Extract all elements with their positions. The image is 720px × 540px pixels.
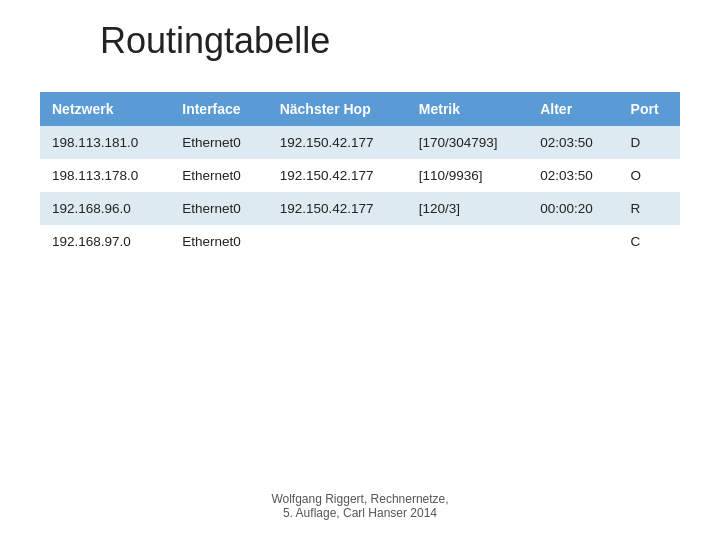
table-cell (528, 225, 618, 258)
table-body: 198.113.181.0Ethernet0192.150.42.177[170… (40, 126, 680, 258)
table-cell: R (619, 192, 680, 225)
table-header-cell: Netzwerk (40, 92, 170, 126)
table-cell: [170/304793] (407, 126, 528, 159)
table-cell: 02:03:50 (528, 126, 618, 159)
table-cell: 192.150.42.177 (268, 192, 407, 225)
footer-line2: 5. Auflage, Carl Hanser 2014 (271, 506, 448, 520)
table-cell: Ethernet0 (170, 126, 267, 159)
table-cell: 00:00:20 (528, 192, 618, 225)
table-cell: 198.113.181.0 (40, 126, 170, 159)
table-header-row: NetzwerkInterfaceNächster HopMetrikAlter… (40, 92, 680, 126)
table-row: 192.168.97.0Ethernet0C (40, 225, 680, 258)
page: Routingtabelle NetzwerkInterfaceNächster… (0, 0, 720, 540)
table-row: 198.113.178.0Ethernet0192.150.42.177[110… (40, 159, 680, 192)
table-row: 198.113.181.0Ethernet0192.150.42.177[170… (40, 126, 680, 159)
table-cell: Ethernet0 (170, 225, 267, 258)
table-cell: D (619, 126, 680, 159)
table-header-cell: Metrik (407, 92, 528, 126)
table-cell (407, 225, 528, 258)
table-header-cell: Port (619, 92, 680, 126)
table-cell: C (619, 225, 680, 258)
routing-table: NetzwerkInterfaceNächster HopMetrikAlter… (40, 92, 680, 258)
table-cell (268, 225, 407, 258)
table-row: 192.168.96.0Ethernet0192.150.42.177[120/… (40, 192, 680, 225)
table-header-cell: Interface (170, 92, 267, 126)
page-title: Routingtabelle (100, 20, 330, 62)
table-cell: 198.113.178.0 (40, 159, 170, 192)
table-cell: 192.168.97.0 (40, 225, 170, 258)
table-header-cell: Nächster Hop (268, 92, 407, 126)
table-cell: [110/9936] (407, 159, 528, 192)
footer: Wolfgang Riggert, Rechnernetze, 5. Aufla… (271, 476, 448, 520)
footer-line1: Wolfgang Riggert, Rechnernetze, (271, 492, 448, 506)
table-cell: O (619, 159, 680, 192)
table-cell: [120/3] (407, 192, 528, 225)
routing-table-wrapper: NetzwerkInterfaceNächster HopMetrikAlter… (40, 92, 680, 258)
table-cell: Ethernet0 (170, 159, 267, 192)
table-header-cell: Alter (528, 92, 618, 126)
table-cell: Ethernet0 (170, 192, 267, 225)
table-cell: 02:03:50 (528, 159, 618, 192)
table-cell: 192.150.42.177 (268, 159, 407, 192)
table-cell: 192.150.42.177 (268, 126, 407, 159)
table-cell: 192.168.96.0 (40, 192, 170, 225)
